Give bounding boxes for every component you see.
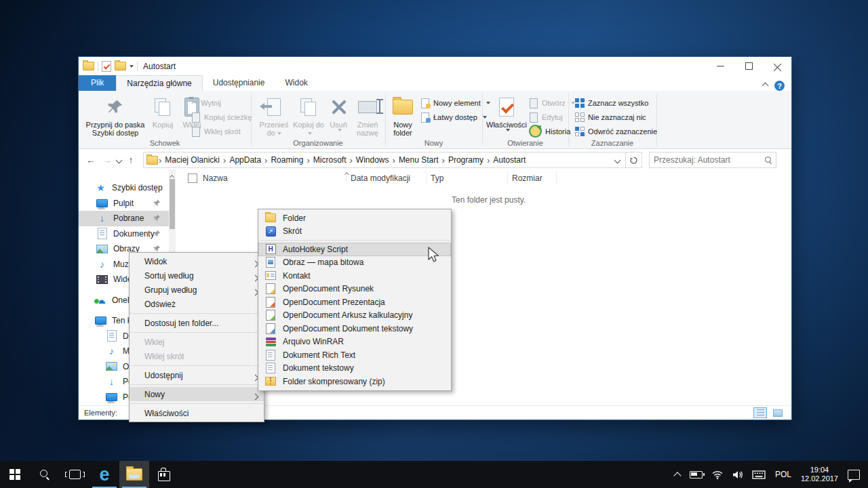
time: 19:04 <box>801 466 838 474</box>
start-button[interactable] <box>0 461 30 488</box>
edit-button[interactable]: Edytuj <box>529 110 563 123</box>
new-folder-button[interactable]: Nowy folder <box>388 95 418 137</box>
submenu-item-contact[interactable]: Kontakt <box>258 269 451 283</box>
tab-file[interactable]: Plik <box>79 75 116 91</box>
menu-item-paste[interactable]: Wklej <box>130 335 264 349</box>
minimize-button[interactable] <box>706 57 734 75</box>
submenu-item-compressed-folder[interactable]: Folder skompresowany (zip) <box>258 375 451 388</box>
help-icon[interactable]: ? <box>774 81 785 91</box>
up-button[interactable]: ↑ <box>123 155 139 165</box>
taskbar-file-explorer-button[interactable] <box>119 461 149 488</box>
tab-share[interactable]: Udostępnianie <box>203 75 275 91</box>
menu-item-share[interactable]: Udostępnij <box>130 368 264 382</box>
submenu-item-folder[interactable]: Folder <box>258 211 451 225</box>
qat-customize-chevron-icon[interactable] <box>130 65 134 68</box>
cut-button[interactable]: ✂ Wytnij <box>191 96 221 109</box>
submenu-item-rich-text-document[interactable]: Dokument Rich Text <box>258 348 451 362</box>
column-header-date[interactable]: Data modyfikacji <box>347 171 427 185</box>
forward-button[interactable]: → <box>99 155 115 165</box>
address-dropdown-chevron-icon[interactable] <box>614 157 621 163</box>
crumb-programy[interactable]: Programy <box>446 155 486 165</box>
paste-shortcut-button[interactable]: Wklej skrót <box>191 125 241 138</box>
task-view-button[interactable] <box>60 461 90 488</box>
menu-item-properties[interactable]: Właściwości <box>130 406 264 420</box>
menu-item-new[interactable]: Nowy <box>130 387 264 401</box>
pin-to-quick-access-button[interactable]: Przypnij do paska Szybki dostęp <box>84 95 146 137</box>
column-header-size[interactable]: Rozmiar <box>508 171 557 185</box>
menu-item-view[interactable]: Widok <box>130 254 264 268</box>
downloads-icon: ↓ <box>100 213 104 224</box>
search-box[interactable] <box>649 152 776 168</box>
volume-indicator[interactable] <box>732 470 743 479</box>
back-button[interactable]: ← <box>83 155 99 165</box>
qat-new-folder-icon[interactable] <box>115 62 126 70</box>
submenu-item-opendocument-drawing[interactable]: OpenDocument Rysunek <box>258 283 451 296</box>
submenu-item-shortcut[interactable]: Skrót <box>258 225 451 239</box>
delete-button[interactable]: Usuń <box>326 95 351 131</box>
menu-item-paste-shortcut[interactable]: Wklej skrót <box>130 349 264 363</box>
crumb-appdata[interactable]: AppData <box>226 155 264 165</box>
group-label-select: Zaznaczanie <box>568 139 656 147</box>
recent-locations-chevron-icon[interactable] <box>116 157 123 163</box>
tab-home[interactable]: Narzędzia główne <box>116 75 202 91</box>
open-button[interactable]: Otwórz <box>529 96 575 109</box>
submenu-item-bitmap-image[interactable]: Obraz — mapa bitowa <box>258 256 451 270</box>
network-indicator[interactable] <box>712 470 723 479</box>
sidebar-item-downloads[interactable]: ↓ Pobrane <box>79 211 169 226</box>
submenu-item-winrar-archive[interactable]: Arquivo WinRAR <box>258 336 451 349</box>
move-to-button[interactable]: Przenieś do <box>256 95 292 137</box>
touch-keyboard-button[interactable] <box>752 470 766 479</box>
copy-path-button[interactable]: Kopiuj ścieżkę <box>191 110 252 123</box>
menu-item-group-by[interactable]: Grupuj według <box>130 283 264 297</box>
select-all-checkbox[interactable] <box>188 174 197 183</box>
taskbar-store-button[interactable] <box>149 461 179 488</box>
column-header-type[interactable]: Typ <box>427 171 508 185</box>
details-view-button[interactable] <box>753 407 767 418</box>
qat-properties-icon[interactable] <box>102 61 111 72</box>
select-none-button[interactable]: Nie zaznaczaj nic <box>575 110 646 123</box>
select-all-button[interactable]: Zaznacz wszystko <box>575 96 648 109</box>
tab-view[interactable]: Widok <box>275 75 317 91</box>
properties-button[interactable]: Właściwości <box>487 95 526 131</box>
new-item-button[interactable]: Nowy element <box>420 96 490 109</box>
collapse-ribbon-icon[interactable] <box>762 83 769 89</box>
crumb-windows[interactable]: Windows <box>353 155 392 165</box>
copy-to-button[interactable]: Kopiuj do <box>293 95 324 137</box>
scrollbar-thumb[interactable] <box>170 179 175 229</box>
taskbar-edge-button[interactable]: e <box>90 461 119 488</box>
thumbnails-view-button[interactable] <box>771 407 785 418</box>
search-input[interactable] <box>654 155 765 165</box>
clock[interactable]: 19:04 12.02.2017 <box>801 466 838 483</box>
battery-indicator[interactable] <box>690 471 703 479</box>
crumb-roaming[interactable]: Roaming <box>268 155 306 165</box>
crumb-user[interactable]: Maciej Olanicki <box>162 155 222 165</box>
menu-item-refresh[interactable]: Odśwież <box>130 297 264 311</box>
crumb-autostart[interactable]: Autostart <box>490 155 528 165</box>
sidebar-item-quick-access[interactable]: ★ Szybki dostęp <box>79 180 169 196</box>
refresh-button[interactable] <box>626 152 642 168</box>
action-center-button[interactable] <box>848 470 860 480</box>
breadcrumb[interactable]: › Maciej Olanicki › AppData › Roaming › … <box>143 152 626 168</box>
close-button[interactable] <box>763 57 791 75</box>
taskbar-search-button[interactable] <box>30 461 60 488</box>
submenu-item-text-document[interactable]: Dokument tekstowy <box>258 362 451 375</box>
menu-item-customize-folder[interactable]: Dostosuj ten folder... <box>130 316 264 330</box>
submenu-item-opendocument-presentation[interactable]: OpenDocument Prezentacja <box>258 296 451 309</box>
invert-selection-button[interactable]: Odwróć zaznaczenie <box>575 125 657 138</box>
copy-button[interactable]: Kopiuj <box>148 95 178 129</box>
sidebar-item-desktop[interactable]: Pulpit <box>79 196 169 211</box>
crumb-menustart[interactable]: Menu Start <box>396 155 441 165</box>
maximize-button[interactable] <box>734 57 763 75</box>
column-header-name[interactable]: Nazwa <box>176 171 347 185</box>
rename-button[interactable]: Zmień nazwę <box>353 95 382 137</box>
crumb-microsoft[interactable]: Microsoft <box>311 155 349 165</box>
sidebar-item-documents[interactable]: Dokumenty <box>79 226 169 242</box>
submenu-item-opendocument-text[interactable]: OpenDocument Dokument tekstowy <box>258 322 451 336</box>
history-button[interactable]: Historia <box>529 125 570 138</box>
language-indicator[interactable]: POL <box>775 470 791 479</box>
menu-item-sort-by[interactable]: Sortuj według <box>130 268 264 283</box>
submenu-item-opendocument-spreadsheet[interactable]: OpenDocument Arkusz kalkulacyjny <box>258 309 451 323</box>
easy-access-button[interactable]: Łatwy dostęp <box>420 110 487 123</box>
submenu-item-autohotkey-script[interactable]: AutoHotkey Script <box>258 243 451 256</box>
tray-overflow-button[interactable] <box>675 471 680 479</box>
